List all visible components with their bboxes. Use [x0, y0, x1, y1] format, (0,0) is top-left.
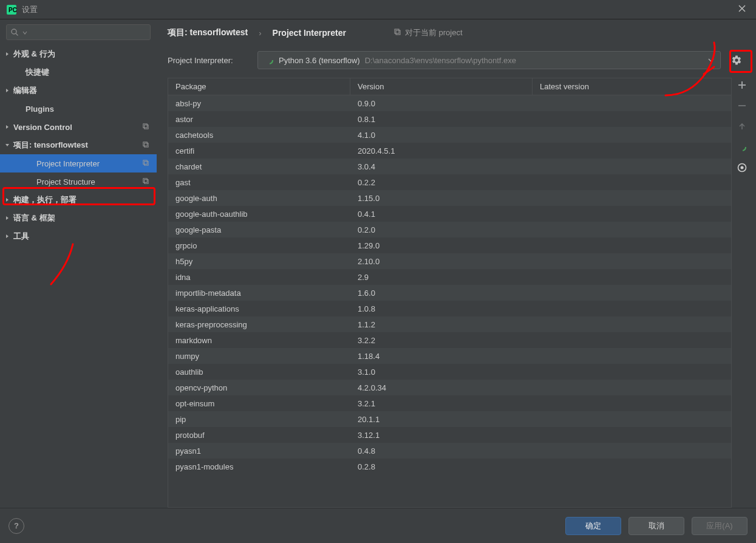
copy-icon — [142, 123, 149, 132]
table-row[interactable]: pip20.1.1 — [168, 411, 731, 427]
cell-package: google-pasta — [168, 225, 350, 234]
table-row[interactable]: astor0.8.1 — [168, 111, 731, 127]
tree-item-label: Version Control — [13, 123, 72, 132]
cell-package: certifi — [168, 146, 350, 155]
col-version[interactable]: Version — [350, 78, 533, 95]
content: 外观 & 行为快捷键编辑器PluginsVersion Control项目: t… — [0, 19, 756, 508]
remove-package-button[interactable] — [736, 100, 748, 112]
main-panel: 项目: tensorflowtest › Project Interpreter… — [157, 19, 756, 508]
apply-button[interactable]: 应用(A) — [692, 517, 747, 535]
svg-rect-11 — [395, 29, 399, 33]
close-button[interactable] — [734, 2, 750, 17]
cell-version: 2020.4.5.1 — [350, 146, 533, 155]
cell-version: 4.2.0.34 — [350, 383, 533, 392]
cell-version: 0.2.8 — [350, 462, 533, 471]
tree-item-label: 项目: tensorflowtest — [13, 140, 88, 151]
copy-icon — [142, 177, 149, 186]
search-icon — [10, 28, 19, 36]
table-row[interactable]: idna2.9 — [168, 269, 731, 285]
tree-item-label: 编辑器 — [13, 85, 37, 96]
table-row[interactable]: pyasn1-modules0.2.8 — [168, 459, 731, 474]
svg-point-16 — [741, 166, 744, 169]
table-row[interactable]: oauthlib3.1.0 — [168, 364, 731, 380]
show-early-releases-button[interactable] — [736, 162, 748, 174]
add-package-button[interactable] — [736, 79, 748, 91]
col-package[interactable]: Package — [168, 78, 350, 95]
table-row[interactable]: keras-preprocessing1.1.2 — [168, 316, 731, 332]
tree-item-4[interactable]: Version Control — [0, 118, 157, 136]
table-row[interactable]: h5py2.10.0 — [168, 253, 731, 269]
svg-rect-7 — [143, 160, 147, 163]
svg-rect-5 — [143, 142, 147, 145]
interpreter-row: Project Interpreter: Python 3.6 (tensorf… — [157, 46, 756, 78]
table-row[interactable]: opencv-python4.2.0.34 — [168, 380, 731, 395]
tree-item-label: 语言 & 框架 — [13, 213, 55, 224]
table-side-toolbar — [732, 78, 752, 508]
tree-item-3[interactable]: Plugins — [0, 100, 157, 118]
table-row[interactable]: gast0.2.2 — [168, 174, 731, 190]
cell-version: 20.1.1 — [350, 415, 533, 424]
svg-rect-10 — [145, 179, 148, 183]
table-row[interactable]: absl-py0.9.0 — [168, 95, 731, 111]
col-latest[interactable]: Latest version — [533, 78, 731, 95]
interpreter-settings-button[interactable] — [728, 52, 745, 69]
cell-version: 3.12.1 — [350, 431, 533, 440]
cell-package: pip — [168, 415, 350, 424]
tree-item-6[interactable]: Project Interpreter — [0, 154, 157, 172]
arrow-icon — [5, 88, 10, 93]
interpreter-label: Project Interpreter: — [168, 56, 250, 65]
tree-item-1[interactable]: 快捷键 — [0, 63, 157, 81]
cell-version: 1.18.4 — [350, 352, 533, 361]
cell-package: opt-einsum — [168, 399, 350, 408]
tree-item-label: 快捷键 — [26, 67, 49, 78]
cell-version: 0.2.0 — [350, 225, 533, 234]
cell-package: keras-preprocessing — [168, 320, 350, 329]
refresh-button[interactable] — [736, 141, 748, 153]
tree-item-10[interactable]: 工具 — [0, 227, 157, 245]
breadcrumb-project: 项目: tensorflowtest — [168, 27, 248, 38]
table-row[interactable]: certifi2020.4.5.1 — [168, 143, 731, 159]
table-body[interactable]: absl-py0.9.0astor0.8.1cachetools4.1.0cer… — [168, 95, 731, 507]
interpreter-select[interactable]: Python 3.6 (tensorflow) D:\anaconda3\env… — [257, 51, 721, 69]
table-row[interactable]: markdown3.2.2 — [168, 332, 731, 348]
cancel-button[interactable]: 取消 — [628, 517, 684, 535]
table-header: Package Version Latest version — [168, 78, 731, 95]
table-row[interactable]: chardet3.0.4 — [168, 159, 731, 174]
table-row[interactable]: protobuf3.12.1 — [168, 427, 731, 443]
cell-package: pyasn1-modules — [168, 462, 350, 471]
package-area: Package Version Latest version absl-py0.… — [168, 78, 752, 508]
cell-package: pyasn1 — [168, 446, 350, 456]
table-row[interactable]: google-pasta0.2.0 — [168, 222, 731, 237]
cell-package: gast — [168, 178, 350, 187]
table-row[interactable]: cachetools4.1.0 — [168, 127, 731, 143]
arrow-icon — [5, 125, 10, 129]
ok-button[interactable]: 确定 — [565, 517, 621, 535]
table-row[interactable]: grpcio1.29.0 — [168, 237, 731, 253]
tree-item-label: Project Interpreter — [36, 159, 100, 168]
table-row[interactable]: importlib-metadata1.6.0 — [168, 285, 731, 301]
svg-text:PC: PC — [9, 7, 17, 13]
help-button[interactable]: ? — [9, 518, 24, 534]
svg-rect-12 — [396, 30, 400, 35]
cell-package: numpy — [168, 352, 350, 361]
table-row[interactable]: pyasn10.4.8 — [168, 443, 731, 459]
tree-item-0[interactable]: 外观 & 行为 — [0, 45, 157, 63]
table-row[interactable]: opt-einsum3.2.1 — [168, 395, 731, 411]
cell-package: h5py — [168, 257, 350, 266]
tree-item-2[interactable]: 编辑器 — [0, 81, 157, 100]
table-row[interactable]: google-auth1.15.0 — [168, 190, 731, 206]
cell-version: 0.2.2 — [350, 178, 533, 187]
tree-item-7[interactable]: Project Structure — [0, 172, 157, 191]
search-input[interactable] — [6, 24, 151, 40]
tree-item-8[interactable]: 构建，执行，部署 — [0, 191, 157, 209]
copy-icon — [142, 141, 149, 150]
upgrade-package-button[interactable] — [736, 120, 748, 132]
svg-rect-3 — [143, 123, 147, 127]
table-row[interactable]: keras-applications1.0.8 — [168, 301, 731, 316]
table-row[interactable]: numpy1.18.4 — [168, 348, 731, 364]
tree-item-9[interactable]: 语言 & 框架 — [0, 209, 157, 227]
table-row[interactable]: google-auth-oauthlib0.4.1 — [168, 206, 731, 222]
tree-item-5[interactable]: 项目: tensorflowtest — [0, 136, 157, 154]
breadcrumb: 项目: tensorflowtest › Project Interpreter… — [157, 19, 756, 46]
breadcrumb-hint-text: 对于当前 project — [405, 27, 463, 38]
